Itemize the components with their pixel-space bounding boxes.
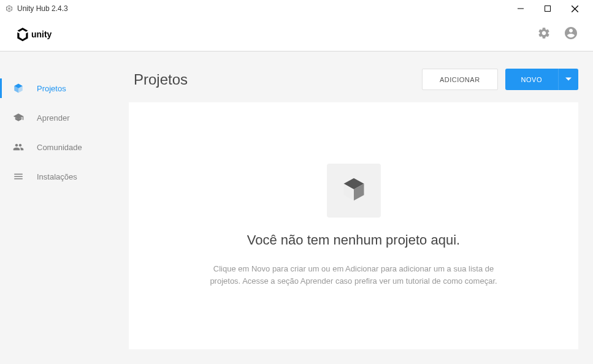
graduation-cap-icon: [12, 112, 25, 124]
content-panel: Você não tem nenhum projeto aqui. Clique…: [129, 102, 578, 349]
cube-icon: [340, 176, 367, 205]
people-icon: [12, 141, 25, 153]
sidebar-item-label: Projetos: [37, 84, 66, 93]
main-header: Projetos ADICIONAR NOVO: [129, 69, 578, 90]
unity-cube-icon: [5, 4, 13, 13]
sidebar-item-label: Aprender: [37, 113, 69, 123]
cube-icon: [12, 82, 25, 94]
close-button[interactable]: [561, 0, 588, 17]
window-controls: [507, 0, 588, 17]
empty-state-title: Você não tem nenhum projeto aqui.: [247, 232, 460, 248]
new-dropdown-button[interactable]: [558, 69, 578, 90]
app-body: Projetos Aprender Comunidade: [0, 51, 593, 364]
titlebar: Unity Hub 2.4.3: [0, 0, 593, 17]
empty-state-icon-box: [327, 164, 381, 218]
sidebar: Projetos Aprender Comunidade: [0, 51, 129, 364]
page-title: Projetos: [134, 71, 188, 88]
gear-icon: [537, 26, 551, 42]
add-button[interactable]: ADICIONAR: [422, 69, 498, 90]
main-content: Projetos ADICIONAR NOVO: [129, 51, 593, 364]
account-button[interactable]: [564, 27, 578, 42]
header-actions: [537, 27, 578, 42]
sidebar-item-installs[interactable]: Instalações: [0, 162, 129, 191]
sidebar-item-learn[interactable]: Aprender: [0, 103, 129, 132]
new-button[interactable]: NOVO: [505, 69, 558, 90]
account-icon: [564, 26, 578, 43]
sidebar-item-projects[interactable]: Projetos: [0, 74, 129, 103]
header-buttons: ADICIONAR NOVO: [422, 69, 578, 90]
caret-down-icon: [565, 75, 572, 84]
svg-rect-1: [545, 6, 551, 12]
settings-button[interactable]: [537, 27, 551, 42]
new-button-group: NOVO: [505, 69, 578, 90]
window-title: Unity Hub 2.4.3: [17, 4, 68, 13]
svg-text:unity: unity: [31, 29, 52, 39]
list-icon: [12, 170, 25, 183]
minimize-button[interactable]: [507, 0, 534, 17]
sidebar-item-community[interactable]: Comunidade: [0, 132, 129, 162]
empty-state-description: Clique em Novo para criar um ou em Adici…: [207, 263, 501, 287]
maximize-button[interactable]: [534, 0, 561, 17]
titlebar-left: Unity Hub 2.4.3: [5, 4, 68, 13]
unity-logo: unity: [15, 26, 58, 43]
app-header: unity: [0, 17, 593, 51]
sidebar-item-label: Comunidade: [37, 143, 82, 152]
sidebar-item-label: Instalações: [37, 172, 77, 181]
